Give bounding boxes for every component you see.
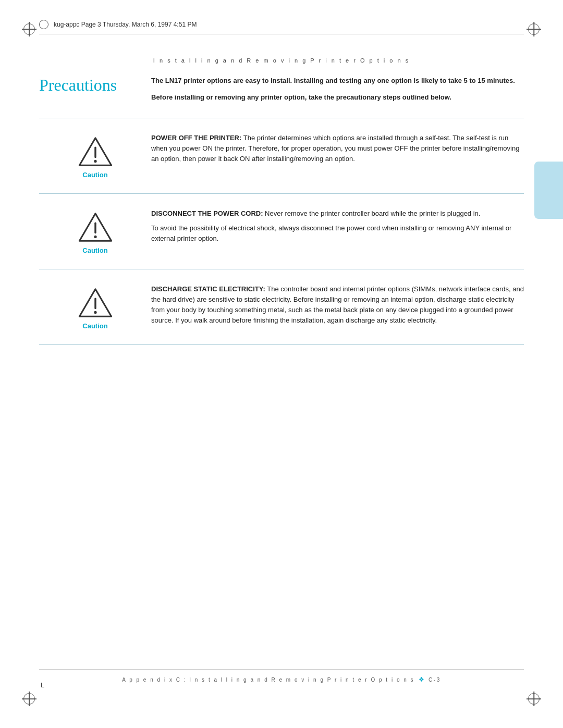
- bottom-l-mark: L: [41, 681, 44, 689]
- caution-2-line1: DISCONNECT THE POWER CORD: Never remove …: [151, 208, 524, 219]
- section-title: Precautions: [39, 76, 151, 95]
- main-content: Precautions The LN17 printer options are…: [39, 76, 524, 354]
- svg-point-2: [94, 160, 96, 163]
- reg-mark-tr: [527, 22, 541, 36]
- divider-1: [39, 118, 524, 118]
- footer-divider: [39, 669, 524, 670]
- header-text: kug-appc Page 3 Thursday, March 6, 1997 …: [54, 21, 197, 28]
- svg-point-5: [94, 236, 96, 238]
- divider-3: [39, 269, 524, 269]
- reg-mark-tl: [22, 22, 36, 36]
- intro-para2: Before installing or removing any printe…: [151, 92, 524, 103]
- reg-mark-br: [527, 692, 541, 706]
- blue-tab-decoration: [534, 162, 563, 219]
- intro-para1: The LN17 printer options are easy to ins…: [151, 76, 524, 86]
- footer: A p p e n d i x C : I n s t a l l i n g …: [39, 676, 524, 684]
- caution-icon-col-3: Caution: [39, 284, 151, 330]
- caution-triangle-icon-3: [77, 287, 114, 319]
- footer-diamond-icon: ❖: [419, 676, 424, 684]
- section-title-col: Precautions: [39, 76, 151, 108]
- intro-text-col: The LN17 printer options are easy to ins…: [151, 76, 524, 108]
- footer-text: A p p e n d i x C : I n s t a l l i n g …: [122, 677, 414, 683]
- caution-row-2: Caution DISCONNECT THE POWER CORD: Never…: [39, 203, 524, 260]
- caution-label-2: Caution: [82, 246, 107, 254]
- divider-4: [39, 344, 524, 345]
- page: kug-appc Page 3 Thursday, March 6, 1997 …: [0, 0, 563, 728]
- intro-block: Precautions The LN17 printer options are…: [39, 76, 524, 108]
- caution-3-text: DISCHARGE STATIC ELECTRICITY: The contro…: [151, 285, 524, 324]
- caution-label-3: Caution: [82, 322, 107, 330]
- caution-triangle-icon-1: [77, 135, 114, 168]
- footer-page: C-3: [429, 677, 441, 683]
- caution-2-line2: To avoid the possibility of electrical s…: [151, 223, 524, 244]
- caution-1-text: POWER OFF THE PRINTER: The printer deter…: [151, 134, 519, 163]
- caution-text-1: POWER OFF THE PRINTER: The printer deter…: [151, 133, 524, 179]
- caution-text-2: DISCONNECT THE POWER CORD: Never remove …: [151, 208, 524, 254]
- caution-text-3: DISCHARGE STATIC ELECTRICITY: The contro…: [151, 284, 524, 330]
- page-subtitle: I n s t a l l i n g a n d R e m o v i n …: [0, 57, 563, 64]
- reg-mark-bl: [22, 692, 36, 706]
- caution-label-1: Caution: [82, 171, 107, 179]
- caution-icon-col-1: Caution: [39, 133, 151, 179]
- caution-triangle-icon-2: [77, 211, 114, 243]
- divider-2: [39, 193, 524, 194]
- header-divider: [39, 34, 524, 34]
- caution-row-1: Caution POWER OFF THE PRINTER: The print…: [39, 128, 524, 184]
- caution-icon-col-2: Caution: [39, 208, 151, 254]
- header: kug-appc Page 3 Thursday, March 6, 1997 …: [39, 20, 524, 29]
- caution-row-3: Caution DISCHARGE STATIC ELECTRICITY: Th…: [39, 279, 524, 335]
- svg-point-8: [94, 311, 96, 314]
- header-circle-icon: [39, 20, 48, 29]
